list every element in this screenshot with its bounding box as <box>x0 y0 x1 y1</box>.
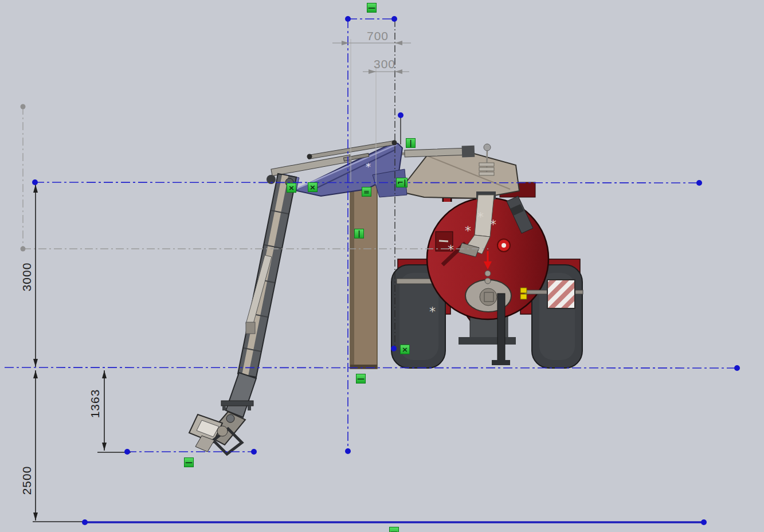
vertical-constraint-post-icon[interactable]: | <box>354 229 364 238</box>
vertical-constraint-link-icon[interactable]: | <box>406 138 416 148</box>
endpoint-dot[interactable] <box>82 519 88 525</box>
endpoint-dot[interactable] <box>345 16 351 22</box>
endpoint-dot[interactable] <box>734 365 740 371</box>
horizontal-constraint-post-bottom-icon[interactable]: — <box>356 374 366 384</box>
sketch-line-boom-height[interactable] <box>35 182 699 183</box>
horizontal-constraint-top-icon[interactable]: — <box>367 3 377 13</box>
reference-dot[interactable] <box>21 247 26 252</box>
cad-viewport: *** ** * <box>0 0 764 532</box>
reflector-1 <box>520 288 527 293</box>
post-mast[interactable] <box>350 185 377 369</box>
mate-ball-2 <box>485 278 491 284</box>
equal-constraint-post-icon[interactable]: = <box>362 187 371 197</box>
intersection-constraint-pivot-right-icon[interactable]: × <box>308 182 318 192</box>
arm-hose-coupler <box>246 322 255 334</box>
decal-star-plate: * <box>366 161 371 173</box>
antenna-ball <box>484 144 491 151</box>
sketch-endpoints[interactable] <box>32 16 740 525</box>
intersection-constraint-wheel-icon[interactable]: × <box>400 345 410 354</box>
pump-hub <box>480 288 497 306</box>
dimension-label-1363[interactable]: 1363 <box>88 389 102 418</box>
jack-foot <box>492 360 510 365</box>
axle-beam <box>459 337 516 345</box>
cad-drawing: *** ** * <box>0 0 764 532</box>
dimension-1363[interactable] <box>97 370 131 452</box>
dimension-3000[interactable] <box>33 185 38 367</box>
endpoint-dot[interactable] <box>32 179 38 185</box>
perpendicular-vertical-constraint-icon[interactable]: ⌐| <box>396 178 408 187</box>
svg-text:*: * <box>477 210 484 224</box>
link-pin-left <box>307 154 312 159</box>
arm-lower-segment <box>226 373 256 417</box>
svg-text:*: * <box>448 242 454 257</box>
warning-plate <box>547 280 575 308</box>
endpoint-dot[interactable] <box>124 449 130 455</box>
mate-ball-1 <box>485 271 491 276</box>
slurry-tanker[interactable]: *** ** <box>391 144 583 368</box>
dimension-label-2500[interactable]: 2500 <box>20 466 34 495</box>
horizontal-constraint-ground-icon[interactable]: — <box>389 527 399 532</box>
bellows <box>479 163 494 175</box>
intersection-constraint-pivot-left-icon[interactable]: × <box>287 183 296 193</box>
jack-stand <box>497 294 505 361</box>
endpoint-dot[interactable] <box>701 519 707 525</box>
reference-dot[interactable] <box>21 104 26 109</box>
endpoint-dot[interactable] <box>391 16 397 22</box>
sketch-line-axle-height[interactable] <box>5 367 737 368</box>
link-pin-right <box>392 140 397 146</box>
dimension-label-300[interactable]: 300 <box>374 57 395 71</box>
endpoint-dot[interactable] <box>251 449 257 455</box>
endpoint-dot[interactable] <box>398 112 403 118</box>
horizontal-constraint-nozzle-line-icon[interactable]: — <box>184 457 194 467</box>
reflector-2 <box>520 294 527 299</box>
endpoint-dot[interactable] <box>345 448 351 454</box>
svg-text:*: * <box>490 217 496 232</box>
dimension-label-700[interactable]: 700 <box>367 29 389 43</box>
svg-text:*: * <box>429 304 436 319</box>
pivot-hub-center <box>502 243 506 248</box>
svg-text:*: * <box>465 224 471 238</box>
panel-handle <box>439 241 448 241</box>
endpoint-dot[interactable] <box>391 346 397 351</box>
dimension-2500[interactable] <box>33 370 86 522</box>
endpoint-dot[interactable] <box>696 180 702 186</box>
dimension-label-3000[interactable]: 3000 <box>20 263 34 292</box>
